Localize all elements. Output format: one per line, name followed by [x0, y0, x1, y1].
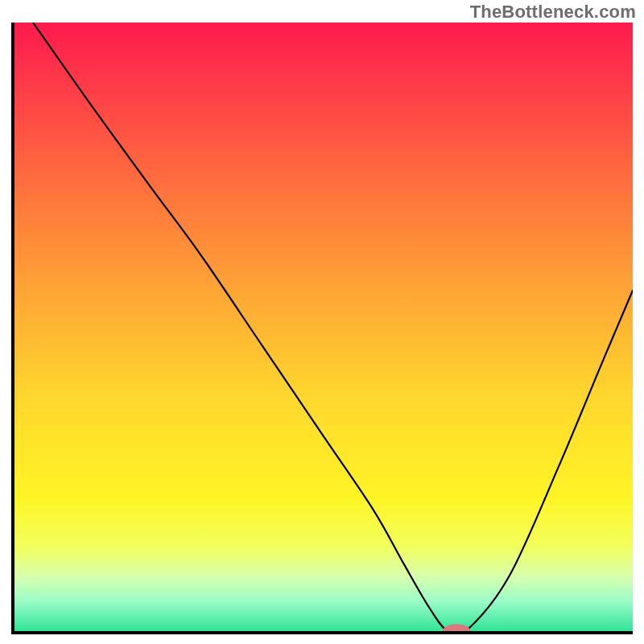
bottleneck-curve	[33, 23, 633, 631]
optimal-point-marker	[443, 625, 470, 631]
watermark-label: TheBottleneck.com	[470, 2, 636, 23]
chart-container: TheBottleneck.com	[0, 0, 644, 644]
plot-area	[11, 23, 633, 634]
curve-svg	[14, 23, 633, 631]
